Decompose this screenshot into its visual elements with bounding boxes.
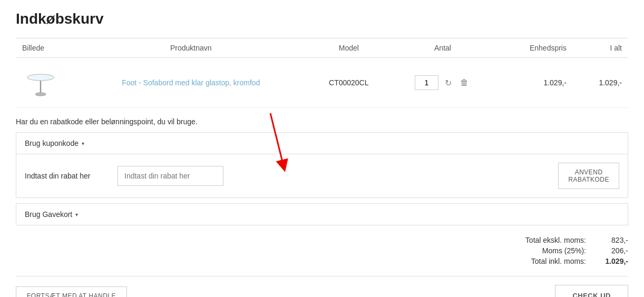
apply-coupon-button[interactable]: ANVEND RABATKODE — [558, 163, 619, 189]
coupon-input[interactable] — [118, 166, 223, 186]
col-total: I alt — [573, 38, 628, 58]
coupon-header-label: Brug kuponkode — [25, 139, 79, 147]
product-unit-price-cell: 1.029,- — [496, 58, 573, 108]
vat-row: Moms (25%): 206,- — [502, 246, 628, 255]
continue-shopping-button[interactable]: FORTSÆT MED AT HANDLE — [16, 286, 127, 298]
coupon-body: Indtast din rabat her ANVEND RABATKODE — [16, 154, 628, 197]
product-link[interactable]: Foot - Sofabord med klar glastop, kromfo… — [122, 78, 260, 87]
total-excl-value: 823,- — [597, 236, 628, 244]
product-qty-cell: 1 ↻ 🗑 — [389, 58, 496, 108]
col-qty: Antal — [389, 38, 496, 58]
gavekort-header[interactable]: Brug Gavekort ▾ — [16, 204, 628, 225]
coupon-header[interactable]: Brug kuponkode ▾ — [16, 133, 628, 154]
vat-value: 206,- — [597, 246, 628, 255]
product-image — [22, 64, 59, 101]
coupon-label: Indtast din rabat her — [25, 172, 109, 180]
bottom-actions: FORTSÆT MED AT HANDLE CHECK UD — [16, 276, 628, 297]
checkout-button[interactable]: CHECK UD — [555, 285, 628, 297]
refresh-icon-btn[interactable]: ↻ — [443, 77, 454, 89]
gavekort-chevron-icon: ▾ — [75, 212, 78, 217]
gavekort-section: Brug Gavekort ▾ — [16, 203, 628, 225]
table-row: Foot - Sofabord med klar glastop, kromfo… — [16, 58, 628, 108]
qty-wrapper: 1 ↻ 🗑 — [396, 75, 490, 90]
product-model-cell: CT00020CL — [308, 58, 390, 108]
vat-label: Moms (25%): — [502, 246, 586, 255]
rabat-text: Har du en rabatkode eller belønningspoin… — [16, 117, 628, 126]
total-incl-row: Total inkl. moms: 1.029,- — [502, 257, 628, 265]
product-total-cell: 1.029,- — [573, 58, 628, 108]
col-model: Model — [308, 38, 390, 58]
svg-point-3 — [35, 93, 46, 96]
coupon-input-wrapper — [118, 166, 550, 186]
col-unit-price: Enhedspris — [496, 38, 573, 58]
col-image: Billede — [16, 38, 74, 58]
totals-section: Total ekskl. moms: 823,- Moms (25%): 206… — [16, 236, 628, 265]
total-excl-row: Total ekskl. moms: 823,- — [502, 236, 628, 244]
product-image-cell — [16, 58, 74, 108]
total-incl-label: Total inkl. moms: — [502, 257, 586, 265]
cart-table: Billede Produktnavn Model Antal Enhedspr… — [16, 38, 628, 108]
total-excl-label: Total ekskl. moms: — [502, 236, 586, 244]
qty-input[interactable]: 1 — [415, 75, 438, 90]
col-product: Produktnavn — [74, 38, 308, 58]
gavekort-header-label: Brug Gavekort — [25, 210, 72, 219]
coupon-section: Brug kuponkode ▾ Indtast din rabat her A… — [16, 132, 628, 198]
delete-icon-btn[interactable]: 🗑 — [458, 77, 471, 88]
total-incl-value: 1.029,- — [597, 257, 628, 265]
coupon-chevron-icon: ▾ — [82, 141, 84, 146]
product-name-cell: Foot - Sofabord med klar glastop, kromfo… — [74, 58, 308, 108]
svg-point-1 — [27, 74, 54, 81]
page-title: Indkøbskurv — [16, 11, 628, 27]
